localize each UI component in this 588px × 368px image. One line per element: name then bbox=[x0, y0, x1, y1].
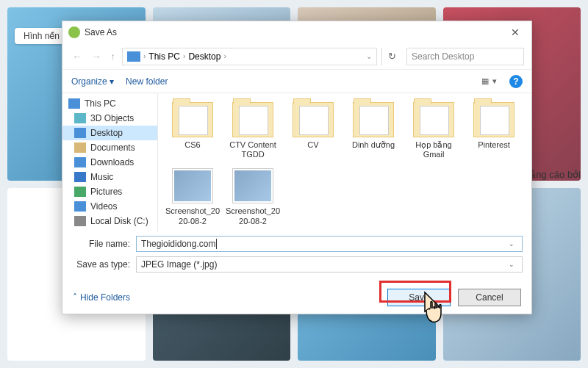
folder-item[interactable]: Pinterest bbox=[465, 99, 523, 162]
path-pc[interactable]: This PC bbox=[148, 51, 180, 62]
toolbar: Organize ▾ New folder ▦ ▾ ? bbox=[62, 70, 531, 93]
savetype-select[interactable]: JPEG Image (*.jpg)⌄ bbox=[136, 256, 523, 273]
close-button[interactable]: ✕ bbox=[505, 24, 526, 41]
folder-item[interactable]: CV bbox=[284, 99, 342, 162]
image-item[interactable]: Screenshot_2020-08-2 bbox=[224, 165, 282, 228]
image-item[interactable]: Screenshot_2020-08-2 bbox=[164, 165, 221, 228]
new-folder-button[interactable]: New folder bbox=[126, 76, 168, 87]
folder-icon bbox=[293, 102, 334, 137]
organize-menu[interactable]: Organize ▾ bbox=[71, 76, 114, 87]
path-desktop[interactable]: Desktop bbox=[188, 51, 220, 62]
folder-icon bbox=[172, 102, 213, 137]
tree-desktop[interactable]: Desktop bbox=[62, 126, 157, 140]
ad-text: ảng cáo bởi bbox=[530, 169, 581, 180]
pictures-icon bbox=[74, 187, 86, 197]
folder-item[interactable]: Dinh dưỡng bbox=[345, 99, 402, 162]
address-bar: ← → ↑ › This PC › Desktop › ⌄ ↻ Search D… bbox=[62, 43, 531, 70]
view-options[interactable]: ▦ ▾ bbox=[481, 76, 498, 86]
pc-icon bbox=[68, 98, 80, 109]
app-icon bbox=[68, 26, 80, 38]
tree-3d-objects[interactable]: 3D Objects bbox=[62, 111, 157, 126]
image-icon bbox=[172, 168, 213, 203]
cancel-button[interactable]: Cancel bbox=[458, 289, 521, 306]
folder-icon bbox=[353, 102, 394, 137]
forward-button[interactable]: → bbox=[89, 51, 104, 62]
desktop-icon bbox=[74, 128, 86, 138]
filename-input[interactable]: Thegioididong.com⌄ bbox=[136, 236, 523, 252]
refresh-button[interactable]: ↻ bbox=[381, 48, 402, 65]
folder-icon bbox=[232, 102, 273, 137]
up-button[interactable]: ↑ bbox=[108, 51, 118, 62]
nav-tree: This PC 3D Objects Desktop Documents Dow… bbox=[62, 93, 158, 231]
save-button[interactable]: Save bbox=[387, 289, 451, 306]
chevron-right-icon: › bbox=[143, 52, 146, 60]
filename-label: File name: bbox=[71, 239, 130, 249]
file-list[interactable]: CS6 CTV Content TGDD CV Dinh dưỡng Họp b… bbox=[158, 93, 531, 231]
chevron-right-icon: › bbox=[223, 52, 226, 60]
folder-icon bbox=[413, 102, 454, 137]
music-icon bbox=[74, 172, 86, 182]
tree-documents[interactable]: Documents bbox=[62, 140, 157, 155]
folder-item[interactable]: Họp bằng Gmail bbox=[405, 99, 462, 162]
tree-this-pc[interactable]: This PC bbox=[62, 96, 157, 111]
disk-icon bbox=[74, 216, 86, 226]
search-placeholder: Search Desktop bbox=[412, 51, 474, 62]
documents-icon bbox=[74, 142, 86, 153]
chevron-up-icon: ˄ bbox=[73, 292, 77, 303]
chevron-right-icon: › bbox=[183, 52, 185, 60]
save-as-dialog: Save As ✕ ← → ↑ › This PC › Desktop › ⌄ … bbox=[62, 21, 532, 314]
chevron-down-icon[interactable]: ⌄ bbox=[506, 261, 517, 268]
bg-tag: Hình nền bbox=[15, 28, 68, 44]
videos-icon bbox=[74, 201, 86, 212]
help-button[interactable]: ? bbox=[509, 75, 523, 88]
folder-item[interactable]: CS6 bbox=[164, 99, 221, 162]
dialog-title: Save As bbox=[85, 27, 117, 37]
savetype-label: Save as type: bbox=[71, 259, 130, 270]
tree-music[interactable]: Music bbox=[62, 170, 157, 184]
tree-downloads[interactable]: Downloads bbox=[62, 155, 157, 170]
downloads-icon bbox=[74, 157, 86, 167]
folder-icon bbox=[473, 102, 514, 137]
cube-icon bbox=[74, 113, 86, 123]
image-icon bbox=[232, 168, 273, 203]
chevron-down-icon[interactable]: ⌄ bbox=[506, 240, 517, 248]
chevron-down-icon[interactable]: ⌄ bbox=[366, 52, 372, 60]
tree-videos[interactable]: Videos bbox=[62, 199, 157, 214]
hide-folders-toggle[interactable]: ˄Hide Folders bbox=[73, 292, 130, 303]
search-input[interactable]: Search Desktop bbox=[406, 48, 524, 65]
folder-item[interactable]: CTV Content TGDD bbox=[224, 99, 282, 162]
pc-icon bbox=[127, 51, 140, 62]
titlebar: Save As ✕ bbox=[62, 21, 531, 43]
back-button[interactable]: ← bbox=[70, 51, 85, 62]
tree-pictures[interactable]: Pictures bbox=[62, 184, 157, 199]
breadcrumb[interactable]: › This PC › Desktop › ⌄ bbox=[122, 48, 377, 65]
tree-local-disk[interactable]: Local Disk (C:) bbox=[62, 214, 157, 228]
